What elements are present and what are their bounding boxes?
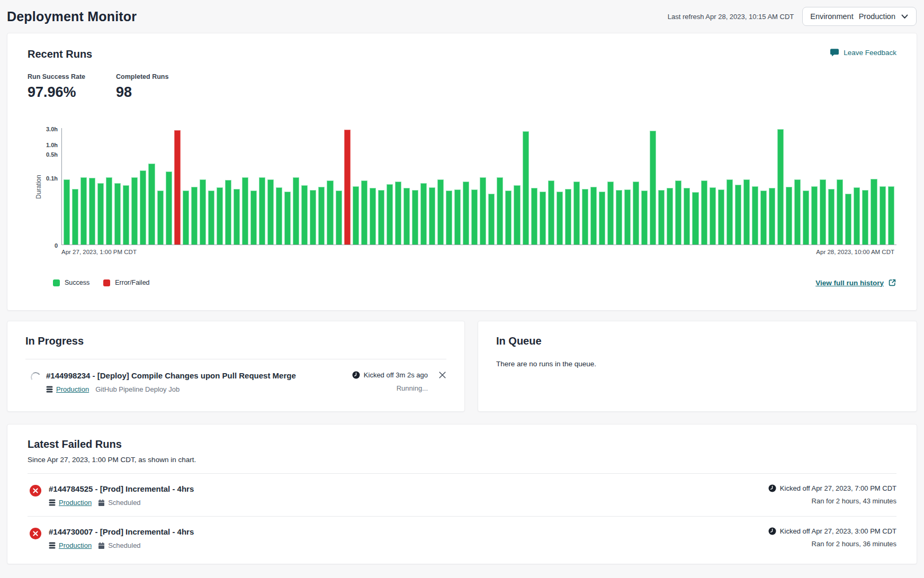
chart-bar-success[interactable] <box>641 191 648 245</box>
chart-bar-success[interactable] <box>64 179 70 245</box>
chart-bar-success[interactable] <box>803 191 809 245</box>
chart-bar-success[interactable] <box>811 186 818 245</box>
chart-bar-success[interactable] <box>540 192 546 245</box>
chart-bar-success[interactable] <box>718 189 724 245</box>
chart-bar-success[interactable] <box>880 186 886 245</box>
chart-bar-success[interactable] <box>72 189 78 245</box>
chart-bar-success[interactable] <box>242 177 248 245</box>
chart-bar-success[interactable] <box>106 177 112 245</box>
chart-bar-success[interactable] <box>140 170 146 245</box>
chart-bar-success[interactable] <box>403 188 410 245</box>
chart-bar-success[interactable] <box>454 189 461 245</box>
chart-bar-success[interactable] <box>310 190 316 245</box>
chart-bar-success[interactable] <box>97 183 104 245</box>
environment-link[interactable]: Production <box>49 541 92 549</box>
chart-bar-success[interactable] <box>752 186 758 245</box>
chart-bar-success[interactable] <box>862 190 868 245</box>
chart-bar-success[interactable] <box>590 187 597 245</box>
chart-bar-success[interactable] <box>794 179 801 245</box>
close-icon[interactable] <box>438 371 446 379</box>
chart-bar-success[interactable] <box>412 190 418 245</box>
chart-bar-success[interactable] <box>488 194 495 245</box>
chart-bar-success[interactable] <box>667 188 673 245</box>
chart-bar-success[interactable] <box>225 180 231 245</box>
environment-link[interactable]: Production <box>49 499 92 507</box>
chart-bar-success[interactable] <box>633 182 639 245</box>
chart-bar-success[interactable] <box>259 177 265 245</box>
chart-bar-success[interactable] <box>446 191 452 245</box>
chart-bar-success[interactable] <box>327 180 333 245</box>
chart-bar-success[interactable] <box>582 189 588 245</box>
chart-bar-success[interactable] <box>565 189 571 245</box>
chart-bar-success[interactable] <box>505 191 512 245</box>
chart-bar-success[interactable] <box>353 186 359 245</box>
chart-bar-success[interactable] <box>131 177 138 245</box>
chart-bar-success[interactable] <box>675 180 681 245</box>
chart-bar-success[interactable] <box>166 171 172 245</box>
chart-bar-success[interactable] <box>378 190 384 245</box>
chart-bar-success[interactable] <box>607 182 614 245</box>
chart-bar-success[interactable] <box>361 180 367 245</box>
chart-bar-success[interactable] <box>80 177 87 245</box>
chart-bar-success[interactable] <box>89 178 95 245</box>
chart-bar-success[interactable] <box>420 183 427 245</box>
chart-bar-success[interactable] <box>183 191 189 245</box>
chart-bar-success[interactable] <box>429 187 435 245</box>
chart-bar-success[interactable] <box>650 131 656 245</box>
chart-bar-success[interactable] <box>157 191 164 245</box>
chart-bar-success[interactable] <box>769 188 775 245</box>
chart-bar-success[interactable] <box>514 185 520 245</box>
chart-bar-success[interactable] <box>548 180 554 245</box>
leave-feedback-link[interactable]: Leave Feedback <box>830 48 896 57</box>
chart-bar-success[interactable] <box>293 177 299 245</box>
chart-bar-success[interactable] <box>684 188 690 245</box>
chart-bar-error[interactable] <box>174 130 181 245</box>
chart-bar-success[interactable] <box>123 185 129 245</box>
chart-bar-success[interactable] <box>301 185 308 245</box>
chart-bar-success[interactable] <box>701 180 707 245</box>
chart-bar-success[interactable] <box>777 129 784 245</box>
chart-bar-success[interactable] <box>208 191 214 245</box>
chart-bar-success[interactable] <box>276 187 282 245</box>
chart-bar-success[interactable] <box>217 187 223 245</box>
chart-bar-success[interactable] <box>557 192 563 245</box>
chart-bar-success[interactable] <box>148 164 155 245</box>
chart-bar-success[interactable] <box>234 189 240 245</box>
view-full-run-history-link[interactable]: View full run history <box>815 278 896 287</box>
chart-bar-success[interactable] <box>463 182 469 245</box>
chart-bar-success[interactable] <box>692 192 698 245</box>
chart-bar-success[interactable] <box>471 189 478 245</box>
chart-bar-success[interactable] <box>250 191 257 245</box>
chart-bar-success[interactable] <box>658 190 665 245</box>
chart-bar-success[interactable] <box>318 187 325 245</box>
chart-bar-success[interactable] <box>284 192 291 245</box>
chart-bar-success[interactable] <box>828 189 835 245</box>
chart-bar-success[interactable] <box>437 179 444 245</box>
chart-bar-success[interactable] <box>743 179 750 245</box>
chart-bar-success[interactable] <box>267 179 274 245</box>
chart-bar-success[interactable] <box>200 179 206 245</box>
chart-bar-error[interactable] <box>344 130 351 245</box>
chart-bar-success[interactable] <box>531 188 537 245</box>
chart-bar-success[interactable] <box>370 188 376 245</box>
chart-bar-success[interactable] <box>854 187 860 245</box>
environment-link[interactable]: Production <box>46 385 89 393</box>
chart-bar-success[interactable] <box>871 179 877 245</box>
chart-bar-success[interactable] <box>786 187 792 245</box>
chart-bar-success[interactable] <box>114 183 121 245</box>
chart-bar-success[interactable] <box>735 185 741 245</box>
chart-bar-success[interactable] <box>497 177 503 245</box>
chart-bar-success[interactable] <box>336 191 342 245</box>
chart-bar-success[interactable] <box>624 189 631 245</box>
chart-bar-success[interactable] <box>387 184 393 245</box>
chart-bar-success[interactable] <box>710 187 716 245</box>
chart-bar-success[interactable] <box>523 131 529 245</box>
chart-bar-success[interactable] <box>888 186 894 245</box>
chart-bar-success[interactable] <box>599 192 605 245</box>
chart-bar-success[interactable] <box>726 179 733 245</box>
chart-bar-success[interactable] <box>820 179 826 245</box>
chart-bar-success[interactable] <box>616 190 622 245</box>
chart-bar-success[interactable] <box>760 191 767 245</box>
chart-bar-success[interactable] <box>573 182 580 245</box>
environment-dropdown[interactable]: Environment Production <box>802 7 917 26</box>
